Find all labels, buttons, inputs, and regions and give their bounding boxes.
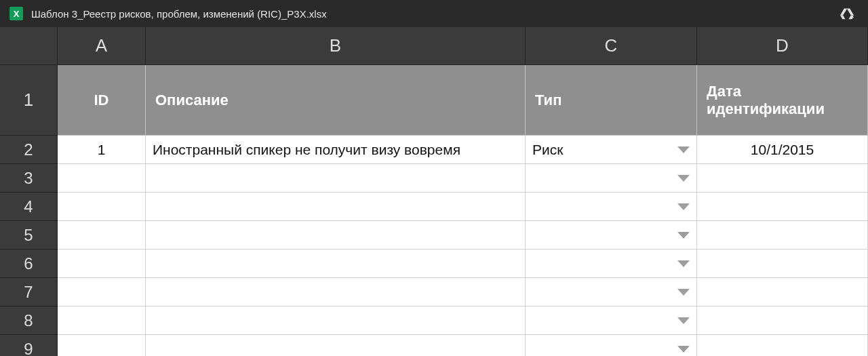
svg-marker-1 — [840, 16, 846, 20]
table-row: 7 — [0, 278, 868, 306]
chevron-down-icon — [677, 260, 690, 267]
cell-id[interactable] — [58, 221, 146, 250]
cell-description[interactable] — [146, 193, 526, 221]
header-cell-type[interactable]: Тип — [526, 65, 697, 136]
row-number-1[interactable]: 1 — [0, 65, 58, 136]
cell-type-dropdown[interactable] — [526, 306, 697, 335]
cell-id[interactable]: 1 — [58, 136, 146, 164]
row-number[interactable]: 9 — [0, 335, 58, 356]
cell-type-dropdown[interactable] — [526, 221, 697, 250]
row-number[interactable]: 6 — [0, 250, 58, 278]
cell-id[interactable] — [58, 250, 146, 278]
chevron-down-icon — [677, 232, 690, 239]
table-row: 8 — [0, 306, 868, 335]
chevron-down-icon — [677, 203, 690, 210]
row-number[interactable]: 3 — [0, 164, 58, 193]
cell-type-dropdown[interactable]: Риск — [526, 136, 697, 164]
header-cell-desc[interactable]: Описание — [146, 65, 526, 136]
column-header-A[interactable]: A — [58, 27, 146, 64]
column-header-C[interactable]: C — [526, 27, 697, 64]
table-row: 9 — [0, 335, 868, 356]
cell-description[interactable] — [146, 164, 526, 193]
header-cell-date[interactable]: Дата идентификации — [697, 65, 868, 136]
cell-type-dropdown[interactable] — [526, 278, 697, 306]
table-row: 5 — [0, 221, 868, 250]
chevron-down-icon — [677, 289, 690, 296]
cell-description[interactable] — [146, 335, 526, 356]
cell-id[interactable] — [58, 164, 146, 193]
row-number[interactable]: 7 — [0, 278, 58, 306]
table-row: 6 — [0, 250, 868, 278]
table-row: 21Иностранный спикер не получит визу вов… — [0, 136, 868, 164]
cell-id[interactable] — [58, 335, 146, 356]
cell-type-value: Риск — [532, 142, 563, 158]
cell-date[interactable] — [697, 164, 868, 193]
row-number[interactable]: 5 — [0, 221, 58, 250]
cell-type-dropdown[interactable] — [526, 250, 697, 278]
cell-id[interactable] — [58, 278, 146, 306]
cell-description[interactable] — [146, 306, 526, 335]
row-number[interactable]: 8 — [0, 306, 58, 335]
cell-date[interactable] — [697, 306, 868, 335]
save-to-drive-icon[interactable]: + — [840, 7, 854, 20]
column-header-B[interactable]: B — [146, 27, 526, 64]
cell-date[interactable]: 10/1/2015 — [697, 136, 868, 164]
chevron-down-icon — [677, 175, 690, 182]
sheets-app-icon: X — [9, 7, 23, 20]
column-header-D[interactable]: D — [697, 27, 868, 64]
document-filename[interactable]: Шаблон 3_Реестр рисков, проблем, изменен… — [31, 8, 840, 20]
cell-id[interactable] — [58, 193, 146, 221]
cell-type-dropdown[interactable] — [526, 193, 697, 221]
cell-type-dropdown[interactable] — [526, 335, 697, 356]
cell-date[interactable] — [697, 221, 868, 250]
chevron-down-icon — [677, 346, 690, 353]
cell-description[interactable]: Иностранный спикер не получит визу вовре… — [146, 136, 526, 164]
cell-id[interactable] — [58, 306, 146, 335]
cell-type-dropdown[interactable] — [526, 164, 697, 193]
column-letter-row: A B C D — [0, 27, 868, 65]
cell-description[interactable] — [146, 221, 526, 250]
chevron-down-icon — [677, 146, 690, 153]
cell-description[interactable] — [146, 278, 526, 306]
row-number[interactable]: 4 — [0, 193, 58, 221]
select-all-corner[interactable] — [0, 27, 58, 64]
row-number[interactable]: 2 — [0, 136, 58, 164]
table-row: 3 — [0, 164, 868, 193]
svg-text:+: + — [850, 14, 854, 20]
cell-date[interactable] — [697, 278, 868, 306]
cell-date[interactable] — [697, 193, 868, 221]
table-row: 4 — [0, 193, 868, 221]
chevron-down-icon — [677, 317, 690, 324]
cell-description[interactable] — [146, 250, 526, 278]
cell-date[interactable] — [697, 250, 868, 278]
cell-date[interactable] — [697, 335, 868, 356]
header-cell-id[interactable]: ID — [58, 65, 146, 136]
title-bar: X Шаблон 3_Реестр рисков, проблем, измен… — [0, 0, 868, 27]
table-header-row: 1 ID Описание Тип Дата идентификации — [0, 65, 868, 136]
